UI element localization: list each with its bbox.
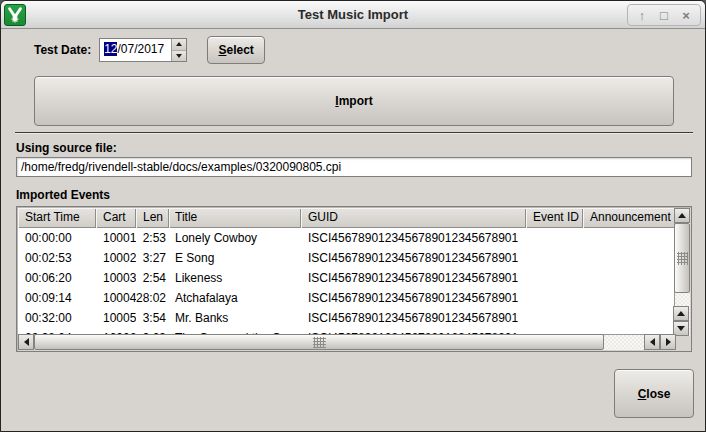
cell-cart: 10005	[96, 308, 136, 328]
cell-len: 28:02	[136, 288, 169, 308]
imported-events-table: Start Time Cart Len Title GUID Event ID …	[16, 206, 692, 352]
thumb-grip-icon	[313, 337, 326, 348]
cell-start-time: 00:00:00	[18, 228, 96, 248]
table-row[interactable]: 00:06:20 10003 2:54 Likeness ISCI4567890…	[18, 268, 676, 288]
close-label-rest: lose	[646, 387, 670, 401]
section-divider	[15, 132, 693, 134]
table-row[interactable]: 00:32:00 10005 3:54 Mr. Banks ISCI456789…	[18, 308, 676, 328]
source-file-field[interactable]	[16, 157, 692, 177]
column-header-event-id[interactable]: Event ID	[526, 208, 583, 228]
cell-announcement	[583, 228, 676, 248]
vertical-scrollbar[interactable]	[674, 208, 690, 336]
cell-title: Atchafalaya	[169, 288, 301, 308]
cell-announcement	[583, 308, 676, 328]
column-header-guid[interactable]: GUID	[301, 208, 526, 228]
test-date-value[interactable]: 12/07/2017	[100, 39, 171, 61]
cell-event-id	[526, 248, 583, 268]
table-row[interactable]: 00:09:14 10004 28:02 Atchafalaya ISCI456…	[18, 288, 676, 308]
select-label-rest: elect	[226, 43, 253, 57]
cell-len: 2:54	[136, 268, 169, 288]
cell-event-id	[526, 228, 583, 248]
scroll-right-button[interactable]	[660, 334, 676, 350]
cell-start-time: 00:06:20	[18, 268, 96, 288]
cell-cart: 10003	[96, 268, 136, 288]
table-row[interactable]: 00:00:00 10001 2:53 Lonely Cowboy ISCI45…	[18, 228, 676, 248]
scroll-up-button-bottom[interactable]	[673, 306, 689, 321]
test-date-row: Test Date: 12/07/2017 Select	[34, 35, 265, 65]
select-date-button[interactable]: Select	[207, 36, 265, 64]
import-button[interactable]: Import	[34, 76, 674, 126]
column-header-start-time[interactable]: Start Time	[18, 208, 96, 228]
cell-guid: ISCI4567890123456789012345678901	[301, 308, 526, 328]
titlebar: Test Music Import ↑ □ ×	[1, 1, 705, 29]
maximize-window-button[interactable]: □	[654, 5, 674, 25]
arrow-up-icon	[677, 311, 685, 316]
cell-announcement	[583, 288, 676, 308]
column-header-cart[interactable]: Cart	[96, 208, 136, 228]
close-window-button[interactable]: ×	[676, 5, 696, 25]
cell-start-time: 00:32:00	[18, 308, 96, 328]
cell-event-id	[526, 288, 583, 308]
arrow-down-icon	[677, 326, 685, 331]
vertical-scroll-button-group	[674, 306, 689, 336]
spin-up-button[interactable]	[172, 39, 186, 50]
cell-title: Lonely Cowboy	[169, 228, 301, 248]
cell-cart: 10004	[96, 288, 136, 308]
table-row[interactable]: 00:02:53 10002 3:27 E Song ISCI456789012…	[18, 248, 676, 268]
import-label-rest: mport	[339, 94, 373, 108]
spin-down-button[interactable]	[172, 50, 186, 62]
arrow-right-icon	[666, 338, 671, 346]
cell-guid: ISCI4567890123456789012345678901	[301, 288, 526, 308]
cell-event-id	[526, 268, 583, 288]
cell-announcement	[583, 248, 676, 268]
cell-start-time: 00:09:14	[18, 288, 96, 308]
cell-len: 2:53	[136, 228, 169, 248]
horizontal-scrollbar-thumb[interactable]	[34, 334, 604, 350]
cell-guid: ISCI4567890123456789012345678901	[301, 268, 526, 288]
test-date-spin-buttons	[171, 39, 186, 61]
window-controls: ↑ □ ×	[627, 4, 701, 26]
cell-cart: 10001	[96, 228, 136, 248]
cell-len: 3:27	[136, 248, 169, 268]
close-button[interactable]: Close	[614, 369, 694, 418]
arrow-up-icon	[176, 42, 182, 46]
arrow-down-icon	[176, 54, 182, 58]
test-music-import-window: Test Music Import ↑ □ × Test Date: 12/07…	[0, 0, 706, 432]
window-title: Test Music Import	[1, 7, 705, 22]
scroll-up-button[interactable]	[674, 208, 690, 223]
cell-guid: ISCI4567890123456789012345678901	[301, 248, 526, 268]
column-header-title[interactable]: Title	[169, 208, 301, 228]
cell-len: 3:54	[136, 308, 169, 328]
horizontal-scrollbar[interactable]	[18, 334, 676, 350]
shade-window-button[interactable]: ↑	[632, 5, 652, 25]
arrow-left-icon	[24, 338, 29, 346]
test-date-rest-segment: /07/2017	[117, 42, 164, 56]
cell-announcement	[583, 268, 676, 288]
scroll-left-button[interactable]	[18, 334, 34, 350]
test-date-spinbox[interactable]: 12/07/2017	[99, 38, 187, 62]
thumb-grip-icon	[677, 252, 688, 265]
cell-cart: 10002	[96, 248, 136, 268]
source-file-label: Using source file:	[16, 141, 117, 155]
vertical-scrollbar-thumb[interactable]	[674, 223, 690, 293]
arrow-up-icon	[678, 213, 686, 218]
table-body: 00:00:00 10001 2:53 Lonely Cowboy ISCI45…	[18, 228, 676, 336]
arrow-left-icon	[650, 338, 655, 346]
scroll-left-button-right[interactable]	[644, 334, 660, 350]
cell-title: E Song	[169, 248, 301, 268]
column-header-len[interactable]: Len	[136, 208, 169, 228]
rivendell-logo-icon	[4, 4, 26, 26]
scroll-track[interactable]	[604, 335, 644, 350]
imported-events-label: Imported Events	[16, 188, 110, 202]
test-date-selected-segment: 12	[104, 42, 117, 56]
cell-title: Likeness	[169, 268, 301, 288]
table-header: Start Time Cart Len Title GUID Event ID …	[18, 208, 676, 228]
cell-event-id	[526, 308, 583, 328]
cell-title: Mr. Banks	[169, 308, 301, 328]
cell-guid: ISCI4567890123456789012345678901	[301, 228, 526, 248]
test-date-label: Test Date:	[34, 43, 91, 57]
cell-start-time: 00:02:53	[18, 248, 96, 268]
column-header-announcement[interactable]: Announcement	[583, 208, 676, 228]
